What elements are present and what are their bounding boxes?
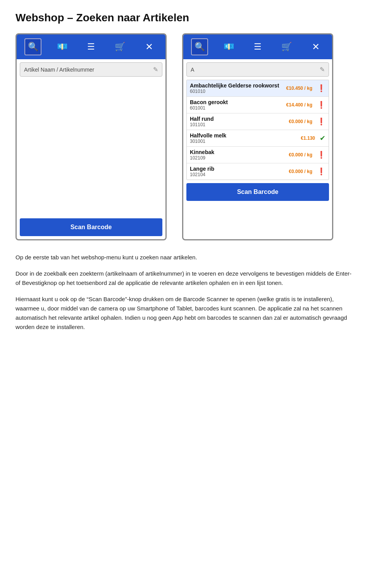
close-icon-left[interactable]: ✕ [141,38,158,55]
right-search-value: A [191,67,194,73]
price-icon-right[interactable]: 💶 [220,38,237,55]
results-list: Ambachtelijke Gelderse rookworst601010€1… [186,80,329,180]
cart-icon-right[interactable]: 🛒 [278,38,295,55]
page-title: Webshop – Zoeken naar Artikelen [16,12,356,24]
result-name: Ambachtelijke Gelderse rookworst [190,82,286,89]
list-icon-left[interactable]: ☰ [83,38,100,55]
result-price: €0.000 / kg [289,119,312,124]
result-price: €1.130 [301,135,315,141]
result-name: Kinnebak [190,149,289,155]
result-price: €14.400 / kg [286,102,312,108]
result-name: Bacon gerookt [190,99,286,105]
right-toolbar: 🔍 💶 ☰ 🛒 ✕ [183,34,332,59]
warning-icon: ❗ [317,167,326,176]
result-code: 101101 [190,122,289,127]
check-icon: ✔ [320,134,326,142]
paragraph-2: Door in de zoekbalk een zoekterm (artike… [16,269,356,288]
right-scan-button[interactable]: Scan Barcode [186,183,329,201]
warning-icon: ❗ [317,101,326,109]
left-empty-area [17,80,165,215]
result-item[interactable]: Bacon gerookt601001€14.400 / kg❗ [187,97,329,113]
edit-icon-left: ✎ [153,66,158,73]
result-price: €0.000 / kg [289,152,312,158]
paragraph-3-4: Hiernaast kunt u ook op de “Scan Barcode… [16,295,356,332]
search-icon-left[interactable]: 🔍 [24,38,41,55]
warning-icon: ❗ [317,151,326,159]
search-icon-right[interactable]: 🔍 [191,38,208,55]
left-search-placeholder: Artikel Naam / Artikelnummer [24,67,94,73]
result-code: 301001 [190,139,301,144]
cart-icon-left[interactable]: 🛒 [112,38,129,55]
result-code: 102104 [190,172,289,177]
result-item[interactable]: Kinnebak102109€0.000 / kg❗ [187,147,329,163]
warning-icon: ❗ [317,84,326,93]
left-search-bar[interactable]: Artikel Naam / Artikelnummer ✎ [20,62,162,77]
result-code: 102109 [190,155,289,161]
result-item[interactable]: Halfvolle melk301001€1.130✔ [187,130,329,147]
left-scan-button[interactable]: Scan Barcode [20,218,162,236]
close-icon-right[interactable]: ✕ [307,38,324,55]
phones-container: 🔍 💶 ☰ 🛒 ✕ Artikel Naam / Artikelnummer ✎… [16,33,356,240]
result-item[interactable]: Ambachtelijke Gelderse rookworst601010€1… [187,80,329,97]
price-icon-left[interactable]: 💶 [53,38,71,55]
phone-left: 🔍 💶 ☰ 🛒 ✕ Artikel Naam / Artikelnummer ✎… [16,33,167,240]
result-price: €0.000 / kg [289,169,312,174]
result-code: 601010 [190,89,286,94]
result-name: Halfvolle melk [190,132,301,139]
paragraph-1: Op de eerste tab van het webshop-menu ku… [16,253,356,262]
result-price: €10.450 / kg [286,86,312,91]
result-name: Half rund [190,116,289,122]
result-item[interactable]: Lange rib102104€0.000 / kg❗ [187,163,329,180]
edit-icon-right: ✎ [320,66,325,73]
phone-right: 🔍 💶 ☰ 🛒 ✕ A ✎ Ambachtelijke Gelderse roo… [182,33,333,240]
list-icon-right[interactable]: ☰ [249,38,266,55]
result-item[interactable]: Half rund101101€0.000 / kg❗ [187,113,329,130]
left-toolbar: 🔍 💶 ☰ 🛒 ✕ [17,34,165,59]
right-search-bar[interactable]: A ✎ [186,62,329,77]
result-name: Lange rib [190,166,289,172]
result-code: 601001 [190,105,286,111]
warning-icon: ❗ [317,117,326,126]
